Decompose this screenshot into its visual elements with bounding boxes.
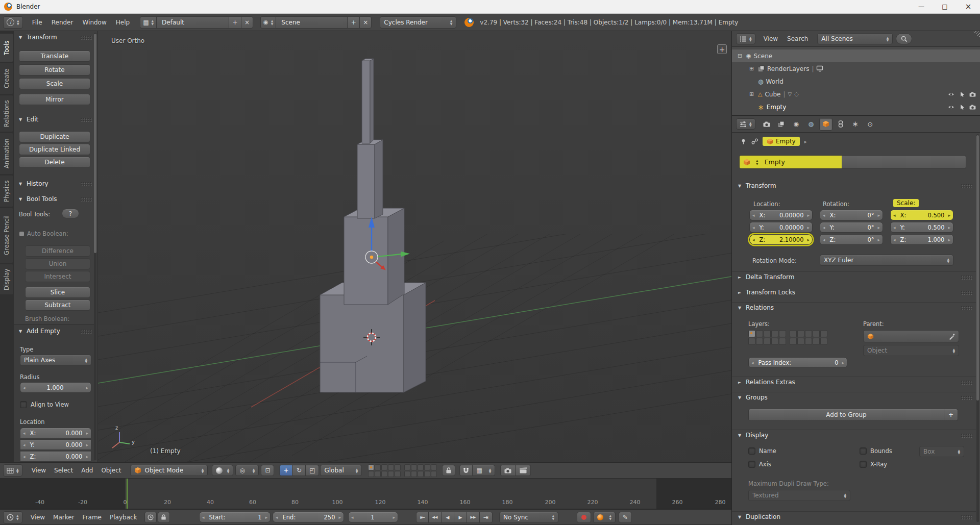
snap-toggle[interactable] [459, 465, 473, 476]
scale-y-field[interactable]: Y:0.500 [890, 222, 953, 233]
opengl-render-animation-button[interactable] [516, 465, 531, 476]
tab-display[interactable]: Display [0, 264, 13, 294]
pivot-point-dropdown[interactable]: ◎ [235, 465, 259, 476]
datablock-nodes-icon[interactable] [751, 138, 758, 144]
panel-header-add-empty[interactable]: ▼ Add Empty [18, 328, 92, 335]
jump-to-end-button[interactable]: ⇥ [480, 512, 493, 523]
layer-cell[interactable] [748, 330, 755, 337]
panel-grip-icon[interactable] [961, 275, 973, 280]
scene-name-field[interactable]: Scene [276, 16, 347, 29]
menu-file[interactable]: File [28, 19, 46, 26]
screen-layout-field[interactable]: Default [156, 16, 229, 29]
lock-time-toggle[interactable] [158, 512, 170, 523]
panel-grip-icon[interactable] [961, 306, 973, 310]
layer-cell[interactable] [404, 471, 410, 477]
menu-search[interactable]: Search [783, 35, 812, 42]
layer-cell[interactable] [411, 464, 417, 470]
auto-keyframe-record-button[interactable] [577, 512, 591, 523]
align-to-view-checkbox[interactable] [20, 401, 27, 408]
panel-grip-icon[interactable] [80, 329, 92, 334]
tab-physics[interactable]: Physics [0, 176, 13, 207]
play-reverse-button[interactable]: ◀ [442, 512, 454, 523]
menu-marker[interactable]: Marker [49, 514, 78, 521]
layer-cell[interactable] [820, 330, 827, 337]
scene-browse-button[interactable]: ◉ [260, 16, 276, 29]
add-to-group-button[interactable]: Add to Group [748, 409, 944, 421]
panel-grip-icon[interactable] [961, 290, 973, 295]
layer-cell[interactable] [424, 464, 430, 470]
layer-cell[interactable] [771, 338, 778, 345]
panel-grip-icon[interactable] [961, 515, 973, 519]
empty-type-dropdown[interactable]: Plain Axes [20, 355, 91, 366]
layer-cell[interactable] [388, 464, 394, 470]
parent-type-dropdown[interactable]: Object [863, 345, 959, 356]
layer-cell[interactable] [756, 338, 763, 345]
tab-grease-pencil[interactable]: Grease Pencil [0, 208, 13, 263]
pass-index-field[interactable]: Pass Index:0 [748, 357, 847, 368]
expand-icon[interactable]: ⊞ [748, 91, 755, 97]
radius-field[interactable]: 1.000 [20, 382, 91, 393]
scale-button[interactable]: Scale [19, 78, 90, 89]
tab-constraints[interactable] [834, 118, 847, 131]
bool-tools-help-button[interactable]: ? [62, 209, 79, 218]
layer-cell[interactable] [418, 471, 424, 477]
display-name-checkbox[interactable] [748, 447, 755, 455]
layer-cell[interactable] [375, 471, 381, 477]
parent-field[interactable] [863, 330, 959, 342]
open-properties-region-button[interactable]: + [717, 44, 727, 54]
editor-type-selector[interactable] [3, 464, 22, 477]
duplicate-linked-button[interactable]: Duplicate Linked [19, 144, 90, 155]
menu-view[interactable]: View [28, 467, 50, 474]
bool-union-button[interactable]: Union [25, 258, 90, 269]
pin-icon[interactable] [740, 138, 747, 145]
selectability-cursor-icon[interactable] [959, 104, 965, 110]
tab-render-layers[interactable] [775, 118, 788, 131]
renderability-camera-icon[interactable] [969, 92, 976, 97]
visibility-eye-icon[interactable] [948, 105, 954, 110]
panel-grip-icon[interactable] [80, 35, 92, 40]
render-engine-selector[interactable]: Cycles Render [380, 16, 456, 29]
editor-type-selector[interactable] [736, 33, 755, 44]
end-frame-field[interactable]: End:250 [273, 512, 344, 522]
properties-scrollbar[interactable] [976, 134, 979, 522]
menu-playback[interactable]: Playback [106, 514, 141, 521]
screen-layout-browse-button[interactable]: ▦ [140, 16, 156, 29]
panel-grip-icon[interactable] [961, 184, 973, 188]
insert-keyframe-button[interactable]: ✎ [619, 512, 632, 523]
layer-cell[interactable] [395, 471, 401, 477]
manipulator-translate-toggle[interactable]: + [279, 465, 292, 476]
keying-set-dropdown[interactable] [593, 512, 616, 523]
tab-object-data[interactable]: ∗ [849, 118, 862, 131]
menu-view[interactable]: View [27, 514, 49, 521]
tab-object[interactable] [819, 118, 832, 131]
tab-world[interactable]: ◍ [804, 118, 818, 131]
previous-keyframe-button[interactable]: ◀◀ [429, 512, 442, 523]
layer-cell[interactable] [431, 464, 437, 470]
outliner-row-world[interactable]: ◍ World [732, 75, 980, 88]
delete-scene-button[interactable]: × [359, 16, 372, 29]
layer-cell[interactable] [764, 330, 771, 337]
panel-header-history[interactable]: ▼ History [18, 180, 92, 187]
rotation-y-field[interactable]: Y:0° [820, 222, 883, 233]
translate-button[interactable]: Translate [19, 51, 90, 62]
close-button[interactable]: × [957, 0, 980, 14]
tab-tools[interactable]: Tools [0, 34, 13, 62]
eyedropper-icon[interactable] [948, 333, 955, 340]
layer-cell[interactable] [805, 330, 812, 337]
dupli-draw-type-dropdown[interactable]: Textured [748, 490, 850, 501]
display-bounds-checkbox[interactable] [860, 447, 867, 455]
viewport-3d[interactable]: User Ortho (1) Empty z y + [98, 31, 731, 462]
tab-render[interactable] [760, 118, 773, 131]
location-y-field[interactable]: Y:0.00000 [749, 222, 813, 233]
panel-header-relations-extras[interactable]: ► Relations Extras [737, 379, 973, 386]
panel-header-display[interactable]: ▼ Display [737, 432, 973, 439]
layer-cell[interactable] [381, 464, 387, 470]
rotation-mode-dropdown[interactable]: XYZ Euler [820, 255, 953, 266]
sync-mode-dropdown[interactable]: No Sync [499, 512, 558, 523]
visibility-eye-icon[interactable] [948, 92, 954, 97]
tab-relations[interactable]: Relations [0, 95, 13, 132]
display-axis-checkbox[interactable] [748, 461, 755, 468]
panel-header-groups[interactable]: ▼ Groups [737, 394, 973, 401]
viewport-shading-dropdown[interactable] [212, 465, 233, 476]
layers-widget[interactable] [368, 464, 437, 477]
